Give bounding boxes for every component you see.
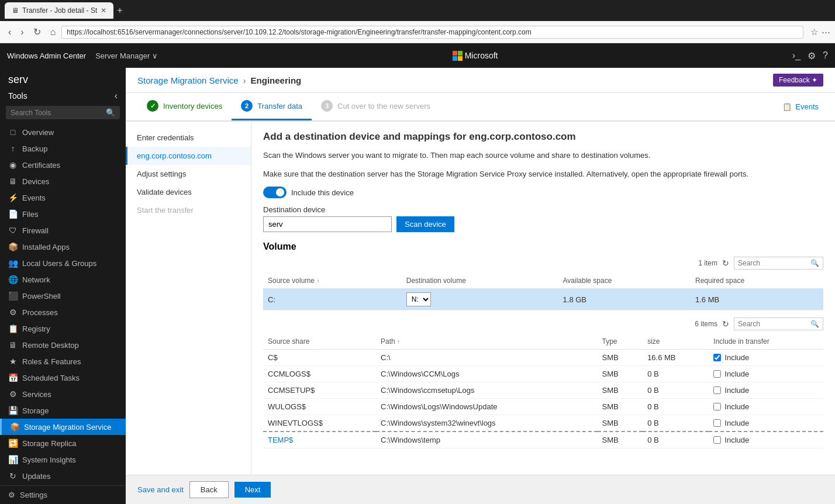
toggle-row: Include this device [263, 187, 823, 198]
sidebar-item-processes[interactable]: ⚙ Processes [0, 304, 126, 320]
include-cell: Include [709, 350, 823, 366]
sidebar-collapse-button[interactable]: ‹ [115, 91, 118, 101]
scan-device-button[interactable]: Scan device [396, 216, 454, 232]
include-checkbox[interactable] [713, 436, 721, 444]
sidebar-item-devices[interactable]: 🖥 Devices [0, 173, 126, 189]
sidebar-item-powershell[interactable]: ⬛ PowerShell [0, 288, 126, 304]
sidebar-item-updates[interactable]: ↻ Updates [0, 468, 126, 484]
forward-button[interactable]: › [17, 26, 27, 39]
sidebar-item-backup[interactable]: ↑ Backup [0, 140, 126, 157]
back-button[interactable]: Back [189, 481, 229, 498]
sidebar-search-container: 🔍 [6, 106, 120, 119]
star-icon[interactable]: ☆ [810, 27, 818, 37]
sidebar-item-label: Devices [22, 177, 49, 186]
feedback-button[interactable]: Feedback ✦ [773, 74, 823, 87]
save-exit-button[interactable]: Save and exit [137, 482, 184, 498]
step3-num: 3 [321, 100, 333, 112]
dest-device-label: Destination device [263, 205, 823, 214]
sidebar-item-events[interactable]: ⚡ Events [0, 189, 126, 206]
sidebar-item-scheduled-tasks[interactable]: 📅 Scheduled Tasks [0, 370, 126, 386]
dest-volume-select[interactable]: N: [406, 292, 431, 306]
sidebar-item-label: Registry [22, 325, 50, 333]
include-label: Include [724, 419, 749, 427]
prompt-icon[interactable]: ›_ [792, 50, 801, 61]
content-area: Storage Migration Service › Engineering … [126, 68, 835, 504]
sidebar-item-roles[interactable]: ★ Roles & Features [0, 353, 126, 370]
sidebar-item-storage[interactable]: 💾 Storage [0, 402, 126, 419]
tasks-icon: 📅 [8, 373, 18, 382]
include-checkbox[interactable] [713, 403, 721, 410]
col-dest-volume: Destination volume [402, 273, 558, 289]
main-panel: Add a destination device and mappings fo… [251, 122, 835, 475]
sidebar-item-label: Services [22, 390, 51, 399]
tab-transfer-data[interactable]: 2 Transfer data [232, 93, 312, 120]
address-bar[interactable] [61, 26, 803, 39]
dest-device-input[interactable] [263, 216, 392, 232]
volume-refresh-icon[interactable]: ↻ [722, 258, 729, 268]
home-button[interactable]: ⌂ [47, 26, 60, 39]
path-cell: C:\Windows\system32\winevt\logs [376, 415, 597, 432]
include-label: Include [724, 353, 749, 362]
next-button[interactable]: Next [234, 482, 271, 498]
sidebar-item-label: Storage Replica [22, 439, 77, 448]
sidebar-item-remote-desktop[interactable]: 🖥 Remote Desktop [0, 337, 126, 353]
events-button[interactable]: 📋 Events [778, 98, 823, 116]
sidebar-item-label: Backup [22, 144, 47, 153]
share-table-header-row: 6 items ↻ 🔍 [263, 317, 823, 330]
step1-num: ✓ [147, 100, 158, 112]
settings-icon[interactable]: ⚙ [808, 50, 816, 61]
sidebar-item-files[interactable]: 📄 Files [0, 206, 126, 222]
volume-table-header-row: 1 item ↻ 🔍 [263, 257, 823, 270]
sidebar-item-storage-replica[interactable]: 🔁 Storage Replica [0, 435, 126, 451]
volume-search-input[interactable] [738, 259, 808, 267]
roles-icon: ★ [8, 357, 18, 366]
sidebar-item-installed-apps[interactable]: 📦 Installed Apps [0, 239, 126, 255]
include-checkbox[interactable] [713, 419, 721, 427]
settings-nav-icon: ⚙ [8, 491, 15, 499]
processes-icon: ⚙ [8, 308, 18, 317]
share-count: 6 items [695, 320, 717, 328]
sidebar-item-label: Remote Desktop [22, 341, 79, 350]
breadcrumb-parent[interactable]: Storage Migration Service [137, 75, 239, 85]
sidebar-item-certificates[interactable]: ◉ Certificates [0, 157, 126, 173]
include-checkbox[interactable] [713, 370, 721, 378]
sidebar-item-registry[interactable]: 📋 Registry [0, 320, 126, 337]
share-search-input[interactable] [738, 320, 808, 328]
menu-icon[interactable]: ⋯ [822, 27, 830, 37]
events-icon: ⚡ [8, 193, 18, 202]
sidebar-item-label: System Insights [22, 455, 76, 464]
browser-chrome: 🖥 Transfer - Job detail - St ✕ + [0, 0, 835, 21]
leftnav-enter-credentials[interactable]: Enter credentials [126, 129, 251, 147]
breadcrumb-separator: › [243, 75, 246, 85]
sidebar-item-services[interactable]: ⚙ Services [0, 386, 126, 402]
leftnav-validate-devices[interactable]: Validate devices [126, 183, 251, 201]
search-input[interactable] [11, 109, 102, 117]
leftnav-adjust-settings[interactable]: Adjust settings [126, 165, 251, 183]
backup-icon: ↑ [8, 144, 18, 153]
include-checkbox[interactable] [713, 354, 721, 361]
table-row: CCMLOGS$ C:\Windows\CCM\Logs SMB 0 B Inc… [263, 366, 823, 382]
tab-close-icon[interactable]: ✕ [101, 6, 106, 15]
server-manager-button[interactable]: Server Manager ∨ [95, 51, 158, 60]
help-icon[interactable]: ? [823, 50, 828, 61]
refresh-button[interactable]: ↻ [30, 25, 44, 39]
include-checkbox[interactable] [713, 386, 721, 394]
browser-tab[interactable]: 🖥 Transfer - Job detail - St ✕ [5, 2, 113, 19]
powershell-icon: ⬛ [8, 291, 18, 301]
leftnav-eng-corp[interactable]: eng.corp.contoso.com [126, 147, 251, 165]
sidebar-item-network[interactable]: 🌐 Network [0, 271, 126, 288]
new-tab-icon[interactable]: + [117, 5, 122, 16]
share-refresh-icon[interactable]: ↻ [722, 319, 729, 329]
settings-nav-item[interactable]: ⚙ Settings [0, 485, 126, 504]
sidebar-item-label: Scheduled Tasks [22, 374, 80, 382]
sidebar-item-storage-migration[interactable]: 📦 Storage Migration Service [0, 419, 126, 435]
sidebar-item-system-insights[interactable]: 📊 System Insights [0, 451, 126, 468]
col-size: size [643, 334, 709, 350]
sidebar-item-local-users[interactable]: 👥 Local Users & Groups [0, 255, 126, 271]
chevron-down-icon: ∨ [152, 51, 158, 60]
sidebar-item-firewall[interactable]: 🛡 Firewall [0, 222, 126, 239]
back-button[interactable]: ‹ [5, 26, 15, 39]
include-device-toggle[interactable] [263, 187, 287, 198]
tab-inventory-devices[interactable]: ✓ Inventory devices [137, 93, 232, 120]
sidebar-item-overview[interactable]: □ Overview [0, 124, 126, 140]
